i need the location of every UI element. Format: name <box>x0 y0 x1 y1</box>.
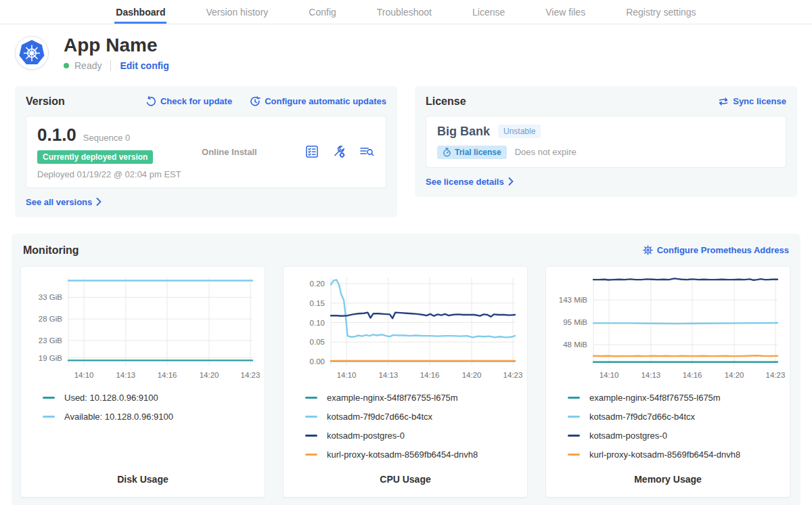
update-clock-icon <box>250 96 261 107</box>
cpu-usage-chart-panel: 14:1014:1314:1614:2014:230.000.050.100.1… <box>283 266 528 498</box>
tab-registry-settings[interactable]: Registry settings <box>625 0 697 24</box>
legend-color-dash <box>305 397 317 399</box>
legend-color-dash <box>568 454 580 456</box>
app-logo <box>15 36 49 70</box>
chart-title: Memory Usage <box>546 474 790 485</box>
legend-item: kotsadm-7f9dc7d66c-b4tcx <box>568 412 790 422</box>
chart-title: CPU Usage <box>284 474 527 485</box>
tab-license[interactable]: License <box>471 0 506 24</box>
memory-usage-chart: 14:1014:1314:1614:2014:2348 MiB95 MiB143… <box>546 269 791 383</box>
tab-config[interactable]: Config <box>307 0 337 24</box>
svg-text:0.00: 0.00 <box>310 357 325 366</box>
legend-label: kotsadm-7f9dc7d66c-b4tcx <box>327 412 432 422</box>
svg-text:14:13: 14:13 <box>378 371 398 379</box>
trial-license-badge: Trial license <box>437 146 507 159</box>
legend-label: kurl-proxy-kotsadm-8569fb6454-dnvh8 <box>589 449 740 460</box>
legend-color-dash <box>43 416 55 418</box>
cpu-usage-chart: 14:1014:1314:1614:2014:230.000.050.100.1… <box>284 269 528 383</box>
legend-label: example-nginx-54f8f76755-l675m <box>589 393 721 403</box>
gear-icon <box>643 245 653 255</box>
svg-text:14:20: 14:20 <box>462 371 482 379</box>
deployed-timestamp: Deployed 01/19/22 @ 02:04 pm EST <box>37 169 181 179</box>
cpu-usage-legend: example-nginx-54f8f76755-l675mkotsadm-7f… <box>305 393 527 460</box>
legend-color-dash <box>305 454 317 456</box>
deploy-logs-icon[interactable] <box>359 144 375 159</box>
legend-label: kotsadm-postgres-0 <box>327 431 405 441</box>
legend-label: Used: 10.128.0.96:9100 <box>64 393 158 403</box>
license-customer-name: Big Bank <box>437 125 490 139</box>
configure-automatic-updates-link[interactable]: Configure automatic updates <box>250 96 386 107</box>
svg-text:0.05: 0.05 <box>310 338 325 346</box>
legend-item: example-nginx-54f8f76755-l675m <box>568 393 790 403</box>
kubernetes-icon <box>18 39 45 66</box>
version-heading: Version <box>26 95 65 108</box>
svg-text:0.20: 0.20 <box>310 280 325 288</box>
svg-text:14:23: 14:23 <box>241 371 261 379</box>
legend-color-dash <box>568 397 580 399</box>
svg-text:14:20: 14:20 <box>200 371 219 379</box>
see-license-details-link[interactable]: See license details <box>426 177 514 187</box>
tab-version-history[interactable]: Version history <box>204 0 269 24</box>
configure-prometheus-link[interactable]: Configure Prometheus Address <box>643 245 789 255</box>
svg-text:23 GiB: 23 GiB <box>39 336 62 345</box>
tab-view-files[interactable]: View files <box>544 0 587 24</box>
svg-text:95 MiB: 95 MiB <box>563 318 587 326</box>
tab-dashboard[interactable]: Dashboard <box>114 0 166 24</box>
app-header: App Name Ready Edit config <box>0 24 812 75</box>
chart-title: Disk Usage <box>21 474 265 485</box>
disk-usage-chart: 14:1014:1314:1614:2014:2319 GiB23 GiB28 … <box>21 269 266 383</box>
svg-text:0.10: 0.10 <box>310 318 325 326</box>
disk-usage-chart-panel: 14:1014:1314:1614:2014:2319 GiB23 GiB28 … <box>20 266 265 498</box>
legend-color-dash <box>43 397 55 399</box>
legend-item: Available: 10.128.0.96:9100 <box>43 412 265 422</box>
legend-label: kotsadm-7f9dc7d66c-b4tcx <box>589 412 695 422</box>
stopwatch-icon <box>443 148 451 157</box>
monitoring-section: Monitoring Configure Prometheus Address <box>12 234 800 505</box>
sync-license-link[interactable]: Sync license <box>718 96 786 106</box>
install-type: Online Install <box>202 147 257 157</box>
svg-text:14:16: 14:16 <box>683 371 702 379</box>
ready-status-dot <box>64 63 69 68</box>
edit-config-wrench-icon[interactable] <box>332 144 346 159</box>
sync-arrows-icon <box>718 97 729 106</box>
page-title: App Name <box>64 35 169 56</box>
see-all-versions-link[interactable]: See all versions <box>26 197 102 207</box>
version-number: 0.1.0 <box>37 125 76 146</box>
legend-color-dash <box>568 435 580 437</box>
legend-item: kotsadm-7f9dc7d66c-b4tcx <box>305 412 527 422</box>
version-card: Version Check for update <box>15 86 397 217</box>
license-expiry: Does not expire <box>515 147 577 157</box>
memory-usage-chart-panel: 14:1014:1314:1614:2014:2348 MiB95 MiB143… <box>545 266 790 498</box>
tab-troubleshoot[interactable]: Troubleshoot <box>376 0 433 24</box>
legend-item: kurl-proxy-kotsadm-8569fb6454-dnvh8 <box>568 449 790 460</box>
svg-text:14:10: 14:10 <box>600 371 619 379</box>
legend-color-dash <box>568 416 580 418</box>
svg-text:14:10: 14:10 <box>74 371 94 379</box>
memory-usage-legend: example-nginx-54f8f76755-l675mkotsadm-7f… <box>568 393 790 460</box>
legend-item: kotsadm-postgres-0 <box>305 431 527 441</box>
legend-color-dash <box>305 435 317 437</box>
disk-usage-legend: Used: 10.128.0.96:9100Available: 10.128.… <box>43 393 265 422</box>
edit-config-link[interactable]: Edit config <box>120 60 168 71</box>
legend-label: kotsadm-postgres-0 <box>589 431 667 441</box>
legend-item: Used: 10.128.0.96:9100 <box>43 393 265 403</box>
preflight-checks-icon[interactable] <box>304 144 319 159</box>
svg-text:48 MiB: 48 MiB <box>563 341 587 349</box>
svg-text:0.15: 0.15 <box>310 299 325 307</box>
svg-text:14:16: 14:16 <box>420 371 440 379</box>
chevron-right-icon <box>508 177 514 185</box>
check-for-update-link[interactable]: Check for update <box>145 96 232 107</box>
legend-item: kotsadm-postgres-0 <box>568 431 790 441</box>
svg-text:14:20: 14:20 <box>725 371 744 379</box>
svg-text:28 GiB: 28 GiB <box>39 315 62 323</box>
license-card: License Sync license Big Bank Unstable <box>415 86 797 197</box>
version-sequence: Sequence 0 <box>83 133 130 143</box>
legend-label: example-nginx-54f8f76755-l675m <box>327 393 458 403</box>
svg-text:14:13: 14:13 <box>641 371 660 379</box>
legend-label: kurl-proxy-kotsadm-8569fb6454-dnvh8 <box>327 449 478 460</box>
app-status: Ready <box>74 60 102 71</box>
chevron-right-icon <box>96 198 102 206</box>
svg-text:14:13: 14:13 <box>116 371 135 379</box>
license-heading: License <box>426 95 466 108</box>
deployed-badge: Currently deployed version <box>37 150 153 164</box>
